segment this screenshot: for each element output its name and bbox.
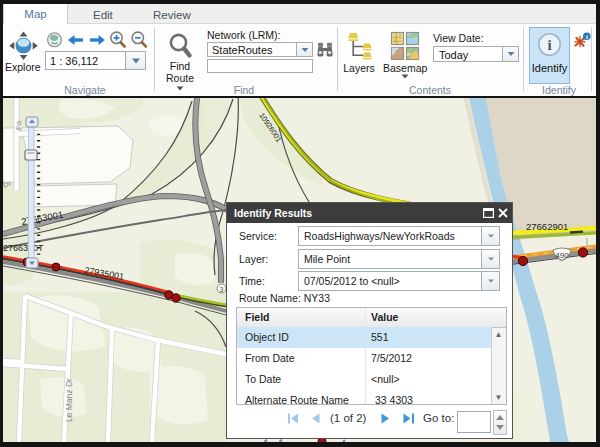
svg-text:i: i <box>547 37 551 53</box>
svg-text:490: 490 <box>555 251 569 260</box>
svg-text:Pa: Pa <box>14 120 23 130</box>
svg-text:27662901: 27662901 <box>526 221 568 232</box>
svg-text:Le Manz Dr: Le Manz Dr <box>64 378 74 422</box>
svg-text:i: i <box>586 33 588 40</box>
svg-text:3: 3 <box>220 286 224 293</box>
